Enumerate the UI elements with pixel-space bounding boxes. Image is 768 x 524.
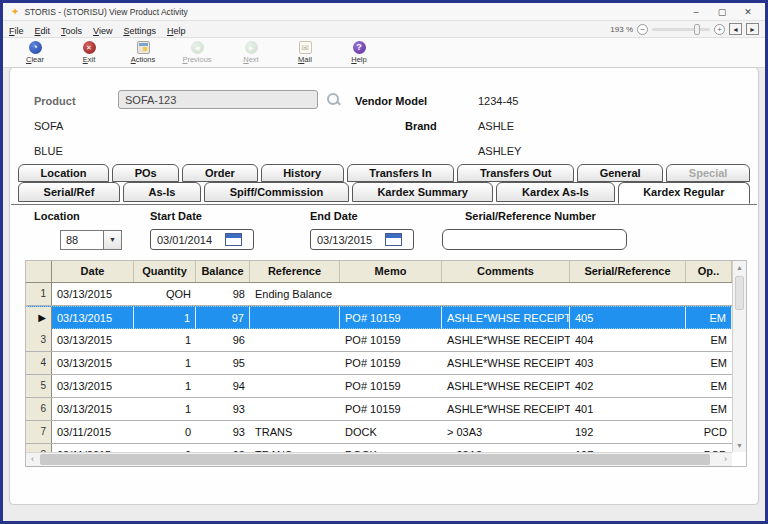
chevron-down-icon[interactable]: ▼ [103,231,121,249]
zoom-in-icon[interactable]: + [714,24,725,35]
cell-balance: 93 [196,421,250,443]
tab-order[interactable]: Order [182,164,257,182]
help-button[interactable]: Help [339,41,379,64]
cell-comments: ASHLE*WHSE RECEIPT [442,307,570,329]
tab-location[interactable]: Location [18,164,109,182]
table-corner [26,261,52,282]
toolbar-button-label: Help [351,55,366,64]
mail-button[interactable]: Mail [285,41,325,64]
exit-button[interactable]: Exit [69,41,109,64]
cell-balance: 95 [196,352,250,374]
table-row[interactable]: 403/13/2015195PO# 10159ASHLE*WHSE RECEIP… [26,352,732,375]
calendar-icon[interactable] [385,233,402,246]
tab-transfers-in[interactable]: Transfers In [347,164,455,182]
location-label: Location [34,210,80,222]
minimize-button[interactable]: – [683,4,709,20]
menu-tools[interactable]: Tools [61,26,82,36]
row-number: 5 [26,375,52,397]
table-row[interactable]: ▶03/13/2015197PO# 10159ASHLE*WHSE RECEIP… [26,306,732,329]
cell-date: 03/13/2015 [52,283,134,305]
tab-special[interactable]: Special [666,164,750,182]
table-row[interactable]: 103/13/2015QOH98Ending Balance [26,283,732,306]
search-icon[interactable] [326,92,340,106]
maximize-button[interactable]: ▢ [709,4,735,20]
start-date-input[interactable] [151,234,223,246]
row-number: 1 [26,283,52,305]
column-header-comments[interactable]: Comments [442,261,570,282]
next-button[interactable]: Next [231,41,271,64]
zoom-slider-thumb[interactable] [694,24,700,35]
tab-as-is[interactable]: As-Is [123,182,201,202]
menu-settings[interactable]: Settings [123,26,156,36]
cell-serial: 192 [570,421,686,443]
location-select[interactable]: 88 ▼ [60,230,122,250]
scroll-left-icon[interactable]: ‹ [26,453,39,466]
product-input[interactable] [118,90,318,109]
previous-button[interactable]: Previous [177,41,217,64]
column-header-quantity[interactable]: Quantity [134,261,196,282]
calendar-icon[interactable] [225,233,242,246]
product-header: Product Vendor Model 1234-45 SOFA Brand … [10,68,758,163]
menu-edit[interactable]: Edit [35,26,51,36]
clear-icon [29,41,42,54]
scroll-right-icon[interactable]: › [719,453,732,466]
tab-general[interactable]: General [577,164,663,182]
window-title: STORIS - (STORISU) View Product Activity [24,7,683,17]
tab-kardex-summary[interactable]: Kardex Summary [352,182,494,202]
cell-quantity: 1 [134,375,196,397]
exit-icon [83,41,96,54]
tab-strip: LocationPOsOrderHistoryTransfers InTrans… [11,164,757,205]
cell-comments: ASHLE*WHSE RECEIPT [442,329,570,351]
scroll-down-icon[interactable]: ▼ [733,439,746,452]
tab-pos[interactable]: POs [112,164,179,182]
tab-kardex-as-is[interactable]: Kardex As-Is [496,182,614,202]
vertical-scrollbar[interactable]: ▲ ▼ [732,261,746,452]
table-row[interactable]: 603/13/2015193PO# 10159ASHLE*WHSE RECEIP… [26,398,732,421]
toolbar-button-label: Next [243,55,258,64]
row-number: 6 [26,398,52,420]
horizontal-scrollbar-thumb[interactable] [40,454,710,465]
column-header-date[interactable]: Date [52,261,134,282]
horizontal-scrollbar[interactable]: ‹ › [26,452,732,466]
cell-serial: 405 [570,307,686,329]
serial-reference-input[interactable] [442,229,627,250]
tab-transfers-out[interactable]: Transfers Out [457,164,574,182]
zoom-out-icon[interactable]: − [637,24,648,35]
column-header-op-[interactable]: Op.. [686,261,732,282]
page-left-icon[interactable]: ◄ [729,23,742,35]
cell-reference: Ending Balance [250,283,340,305]
row-number: 3 [26,329,52,351]
location-value: 88 [61,231,103,249]
scroll-up-icon[interactable]: ▲ [733,261,746,274]
tab-spiff-commission[interactable]: Spiff/Commission [204,182,349,202]
tab-history[interactable]: History [261,164,344,182]
vertical-scrollbar-thumb[interactable] [735,276,744,310]
app-icon: ✦ [11,6,19,17]
end-date-field [310,229,414,250]
end-date-input[interactable] [311,234,383,246]
zoom-slider[interactable] [652,28,710,31]
actions-button[interactable]: Actions [123,41,163,64]
menu-help[interactable]: Help [167,26,186,36]
menu-view[interactable]: View [93,26,112,36]
tab-serial-ref[interactable]: Serial/Ref [18,182,120,202]
toolbar: ClearExitActionsPreviousNextMailHelp [3,38,765,68]
table-row[interactable]: 503/13/2015194PO# 10159ASHLE*WHSE RECEIP… [26,375,732,398]
toolbar-button-label: Clear [26,55,44,64]
clear-button[interactable]: Clear [15,41,55,64]
close-button[interactable]: ✕ [735,4,761,20]
menu-bar: FileEditToolsViewSettingsHelp 193 % − + … [3,21,765,38]
cell-op: EM [686,375,732,397]
column-header-serial-reference[interactable]: Serial/Reference [570,261,686,282]
cell-memo: PO# 10159 [340,307,442,329]
column-header-reference[interactable]: Reference [250,261,340,282]
page-right-icon[interactable]: ► [746,23,759,35]
table-row[interactable]: 303/13/2015196PO# 10159ASHLE*WHSE RECEIP… [26,329,732,352]
menu-file[interactable]: File [9,26,24,36]
tab-kardex-regular[interactable]: Kardex Regular [618,182,751,204]
serial-reference-label: Serial/Reference Number [465,210,596,222]
column-header-memo[interactable]: Memo [340,261,442,282]
table-row[interactable]: 703/11/2015093TRANSDOCK> 03A3192PCD [26,421,732,444]
brand-name: ASHLEY [478,145,521,157]
column-header-balance[interactable]: Balance [196,261,250,282]
